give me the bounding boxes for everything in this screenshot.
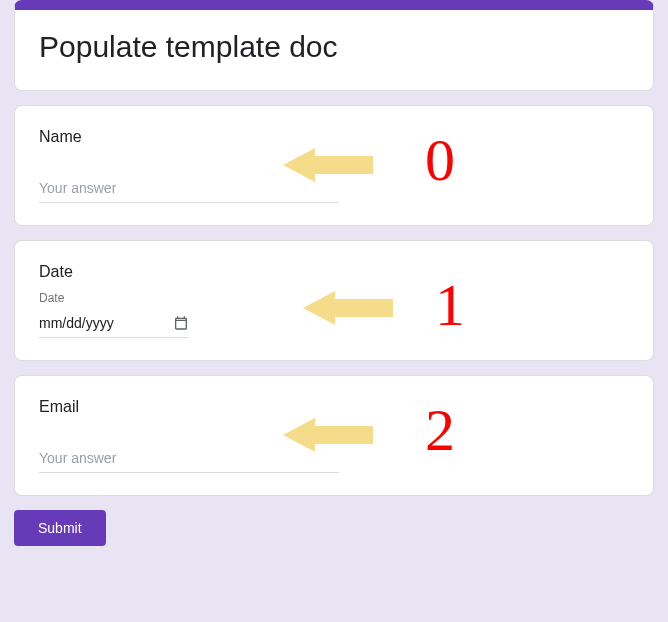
question-card-date: Date Date mm/dd/yyyy 1	[14, 240, 654, 361]
calendar-icon	[173, 315, 189, 331]
submit-button[interactable]: Submit	[14, 510, 106, 546]
question-label-name: Name	[39, 128, 629, 146]
date-placeholder-text: mm/dd/yyyy	[39, 315, 173, 331]
annotation-arrow-0	[283, 148, 373, 182]
annotation-number-0: 0	[425, 126, 455, 195]
date-input[interactable]: mm/dd/yyyy	[39, 315, 189, 338]
annotation-number-2: 2	[425, 396, 455, 465]
annotation-number-1: 1	[435, 271, 465, 340]
question-card-name: Name 0	[14, 105, 654, 226]
annotation-arrow-2	[283, 418, 373, 452]
annotation-arrow-1	[303, 291, 393, 325]
form-header-card: Populate template doc	[14, 0, 654, 91]
question-label-email: Email	[39, 398, 629, 416]
form-container: Populate template doc Name 0 Date Date m…	[14, 0, 654, 546]
form-title: Populate template doc	[39, 30, 629, 64]
question-label-date: Date	[39, 263, 629, 281]
question-card-email: Email 2	[14, 375, 654, 496]
